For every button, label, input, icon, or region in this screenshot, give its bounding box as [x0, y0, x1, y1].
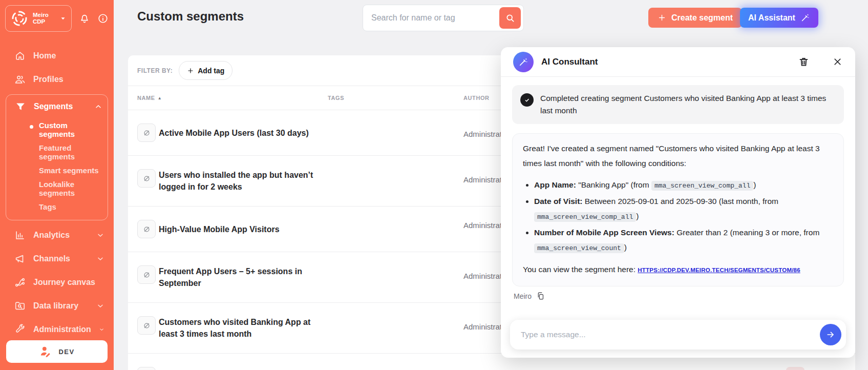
- journey-branch-icon: [14, 277, 26, 288]
- sidebar-item-label: Channels: [33, 254, 70, 263]
- sidebar: Meiro CDP Home Profiles: [0, 0, 114, 370]
- segment-name[interactable]: Customers who visited Banking App at lea…: [159, 316, 328, 340]
- sidebar-item-smart-segments[interactable]: Smart segments: [6, 163, 108, 177]
- add-tag-label: Add tag: [198, 67, 224, 75]
- megaphone-icon: [14, 253, 26, 264]
- create-segment-button[interactable]: Create segment: [648, 8, 742, 28]
- condition-list: App Name: "Banking App" (from mma_screen…: [523, 177, 833, 256]
- message-intro: Great! I've created a segment named "Cus…: [523, 141, 833, 171]
- sidebar-item-label: Administration: [33, 325, 91, 334]
- chevron-down-icon: [96, 302, 104, 310]
- ai-panel-title: AI Consultant: [541, 57, 791, 67]
- sidebar-item-label: Data library: [33, 301, 78, 311]
- profiles-icon: [14, 74, 26, 85]
- segment-hidden-icon: [137, 220, 156, 238]
- ai-consultant-panel: AI Consultant Completed creating segment…: [501, 47, 855, 358]
- chevron-up-icon: [94, 102, 102, 111]
- sidebar-item-label: Profiles: [33, 75, 63, 84]
- sidebar-item-label: Analytics: [33, 231, 70, 240]
- condition-item: Number of Mobile App Screen Views: Great…: [534, 225, 833, 256]
- chat-message-input[interactable]: [521, 330, 820, 339]
- segment-hidden-icon: [137, 169, 156, 188]
- filter-by-label: FILTER BY:: [137, 67, 173, 74]
- analytics-icon: [14, 230, 26, 241]
- sidebar-item-featured-segments[interactable]: Featured segments: [6, 141, 108, 163]
- dev-label: DEV: [58, 348, 74, 356]
- search-input[interactable]: [371, 13, 499, 23]
- ai-message-bubble: Great! I've created a segment named "Cus…: [512, 133, 844, 286]
- page-title: Custom segments: [137, 9, 244, 24]
- search-button[interactable]: [499, 7, 521, 29]
- magic-wand-icon: [518, 57, 528, 67]
- meiro-logo-icon: [10, 9, 29, 28]
- segment-name[interactable]: Frequent App Users – 5+ sessions in Sept…: [159, 265, 328, 289]
- sidebar-item-channels[interactable]: Channels: [0, 247, 114, 271]
- ai-panel-body: Completed creating segment Customers who…: [501, 77, 855, 300]
- segment-hidden-icon: [137, 124, 156, 142]
- brand-name: Meiro CDP: [33, 12, 49, 25]
- check-icon: [520, 93, 534, 107]
- message-input-bar: [510, 320, 846, 350]
- code-token: mma_screen_view_comp_all: [651, 181, 753, 191]
- close-panel-button[interactable]: [832, 56, 843, 67]
- sidebar-item-data-library[interactable]: Data library: [0, 294, 114, 318]
- sidebar-item-label: Segments: [34, 102, 73, 111]
- segment-author: Administrator: [463, 367, 696, 370]
- segment-name[interactable]: Active Mobile App Users (last 30 days): [159, 127, 328, 139]
- funnel-icon: [15, 101, 26, 112]
- sidebar-item-administration[interactable]: Administration: [0, 318, 114, 341]
- info-icon[interactable]: [97, 13, 109, 24]
- sidebar-item-lookalike-segments[interactable]: Lookalike segments: [6, 177, 108, 200]
- status-text: Completed creating segment Customers who…: [540, 92, 836, 117]
- folder-search-icon: [14, 300, 26, 312]
- magic-wand-icon: [800, 13, 810, 23]
- chevron-down-icon: [96, 255, 104, 263]
- ai-assistant-button[interactable]: AI Assistant: [740, 8, 818, 28]
- sidebar-item-home[interactable]: Home: [0, 44, 114, 68]
- task-status-card: Completed creating segment Customers who…: [512, 85, 844, 124]
- delete-segment-button[interactable]: [786, 367, 805, 370]
- chevron-down-icon: [99, 325, 104, 334]
- ai-assistant-label: AI Assistant: [748, 13, 795, 23]
- sidebar-item-journey-canvas[interactable]: Journey canvas: [0, 271, 114, 294]
- sidebar-item-tags[interactable]: Tags: [6, 200, 108, 214]
- dev-user-button[interactable]: DEV: [6, 340, 108, 363]
- segment-search: [363, 5, 524, 31]
- segment-date: 23 Oct 2025, 18:25: [696, 367, 786, 370]
- column-header-tags[interactable]: TAGS: [328, 95, 463, 101]
- workspace-switcher[interactable]: Meiro CDP: [5, 5, 72, 32]
- sender-name: Meiro: [514, 292, 532, 300]
- send-message-button[interactable]: [820, 324, 841, 345]
- app-root: Meiro CDP Home Profiles: [0, 0, 868, 370]
- segment-name[interactable]: High-Value Mobile App Visitors: [159, 223, 328, 235]
- close-icon: [832, 56, 843, 67]
- wrench-icon: [14, 324, 26, 335]
- sidebar-item-profiles[interactable]: Profiles: [0, 68, 114, 91]
- plus-icon: [658, 13, 666, 22]
- chevron-down-icon: [96, 231, 104, 239]
- add-tag-button[interactable]: Add tag: [179, 61, 232, 80]
- condition-item: Date of Visit: Between 2025-09-01 and 20…: [534, 194, 833, 224]
- notifications-bell-icon[interactable]: [79, 13, 90, 24]
- ai-avatar: [513, 52, 534, 72]
- segment-hidden-icon: [137, 265, 156, 284]
- column-header-name[interactable]: NAME ▲: [137, 95, 328, 101]
- create-segment-label: Create segment: [671, 13, 733, 23]
- message-sender-row: Meiro: [514, 292, 844, 300]
- arrow-right-icon: [825, 330, 836, 340]
- segment-link[interactable]: HTTPS://CDP.DEV.MEIRO.TECH/SEGMENTS/CUST…: [638, 267, 800, 273]
- ai-panel-header: AI Consultant: [501, 47, 855, 77]
- segment-name[interactable]: Users who installed the app but haven’t …: [159, 169, 328, 193]
- plus-icon: [187, 67, 194, 74]
- clear-chat-button[interactable]: [798, 56, 809, 67]
- sidebar-nav: Home Profiles Segments Custom segments F…: [0, 44, 114, 341]
- user-edit-icon: [39, 345, 52, 358]
- segments-group: Segments Custom segments Featured segmen…: [6, 94, 108, 220]
- sidebar-item-custom-segments[interactable]: Custom segments: [6, 118, 108, 141]
- caret-down-icon: [59, 15, 67, 22]
- copy-icon[interactable]: [536, 292, 545, 300]
- sidebar-item-segments[interactable]: Segments: [6, 95, 108, 118]
- trash-icon: [798, 56, 809, 67]
- segment-hidden-icon: [137, 316, 156, 335]
- sidebar-item-analytics[interactable]: Analytics: [0, 223, 114, 247]
